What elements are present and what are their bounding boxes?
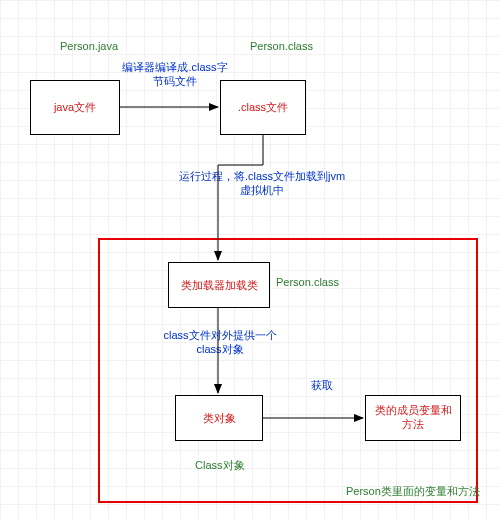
node-java-file: java文件 (30, 80, 120, 135)
node-class-file: .class文件 (220, 80, 306, 135)
caption-members: Person类里面的变量和方法 (346, 484, 480, 499)
edge-label-provide: class文件对外提供一个class对象 (155, 328, 285, 357)
caption-class-file: Person.class (250, 40, 313, 52)
edge-label-load: 运行过程，将.class文件加载到jvm虚拟机中 (177, 169, 347, 198)
caption-loader: Person.class (276, 276, 339, 288)
node-loader: 类加载器加载类 (168, 262, 270, 308)
caption-class-obj: Class对象 (195, 458, 245, 473)
caption-java-file: Person.java (60, 40, 118, 52)
node-members: 类的成员变量和方法 (365, 395, 461, 441)
node-class-obj: 类对象 (175, 395, 263, 441)
edge-label-get: 获取 (302, 378, 342, 392)
edge-label-compile: 编译器编译成.class字节码文件 (120, 60, 230, 89)
